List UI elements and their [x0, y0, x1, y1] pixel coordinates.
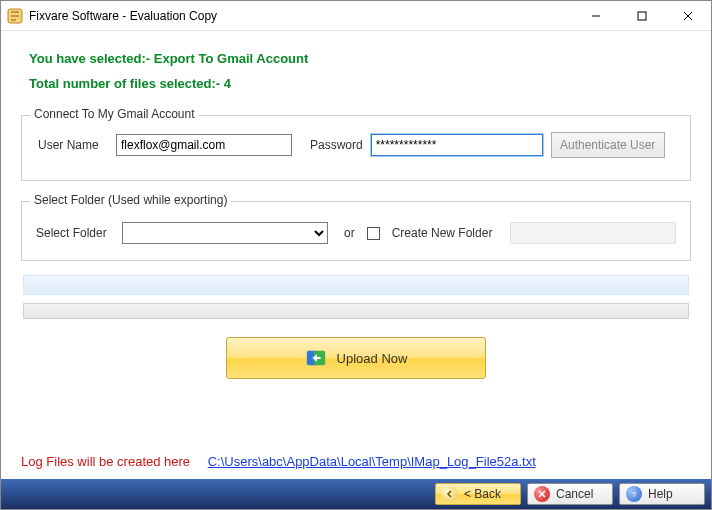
window-buttons	[573, 1, 711, 31]
total-files-line: Total number of files selected:- 4	[29, 76, 683, 91]
authenticate-button[interactable]: Authenticate User	[551, 132, 665, 158]
bottom-bar: < Back Cancel ? Help	[1, 479, 711, 509]
back-button[interactable]: < Back	[435, 483, 521, 505]
back-arrow-icon	[442, 486, 458, 502]
cancel-button[interactable]: Cancel	[527, 483, 613, 505]
close-button[interactable]	[665, 1, 711, 31]
maximize-button[interactable]	[619, 1, 665, 31]
select-folder-dropdown[interactable]	[122, 222, 328, 244]
svg-rect-2	[638, 12, 646, 20]
folder-group-legend: Select Folder (Used while exporting)	[30, 193, 231, 207]
svg-text:?: ?	[632, 490, 637, 499]
folder-group: Select Folder (Used while exporting) Sel…	[21, 201, 691, 261]
create-folder-checkbox[interactable]	[367, 227, 380, 240]
select-folder-label: Select Folder	[36, 226, 114, 240]
help-button-label: Help	[648, 487, 673, 501]
title-bar: Fixvare Software - Evaluation Copy	[1, 1, 711, 31]
or-label: or	[344, 226, 355, 240]
content-area: You have selected:- Export To Gmail Acco…	[1, 31, 711, 379]
back-button-label: < Back	[464, 487, 501, 501]
password-input[interactable]	[371, 134, 543, 156]
selected-export-line: You have selected:- Export To Gmail Acco…	[29, 51, 683, 66]
upload-icon	[305, 347, 327, 369]
log-line: Log Files will be created here C:\Users\…	[21, 454, 536, 469]
progress-bar	[23, 303, 689, 319]
create-folder-label: Create New Folder	[392, 226, 493, 240]
connect-group-legend: Connect To My Gmail Account	[30, 107, 199, 121]
help-icon: ?	[626, 486, 642, 502]
password-label: Password	[310, 138, 363, 152]
username-label: User Name	[38, 138, 108, 152]
upload-button-label: Upload Now	[337, 351, 408, 366]
cancel-button-label: Cancel	[556, 487, 593, 501]
upload-button[interactable]: Upload Now	[226, 337, 486, 379]
help-button[interactable]: ? Help	[619, 483, 705, 505]
log-path-link[interactable]: C:\Users\abc\AppData\Local\Temp\IMap_Log…	[208, 454, 536, 469]
app-icon	[7, 8, 23, 24]
authenticate-button-label: Authenticate User	[560, 138, 655, 152]
log-prefix: Log Files will be created here	[21, 454, 190, 469]
window-title: Fixvare Software - Evaluation Copy	[29, 9, 217, 23]
username-input[interactable]	[116, 134, 292, 156]
connect-group: Connect To My Gmail Account User Name Pa…	[21, 115, 691, 181]
status-bar	[23, 275, 689, 295]
minimize-button[interactable]	[573, 1, 619, 31]
cancel-icon	[534, 486, 550, 502]
new-folder-input[interactable]	[510, 222, 676, 244]
